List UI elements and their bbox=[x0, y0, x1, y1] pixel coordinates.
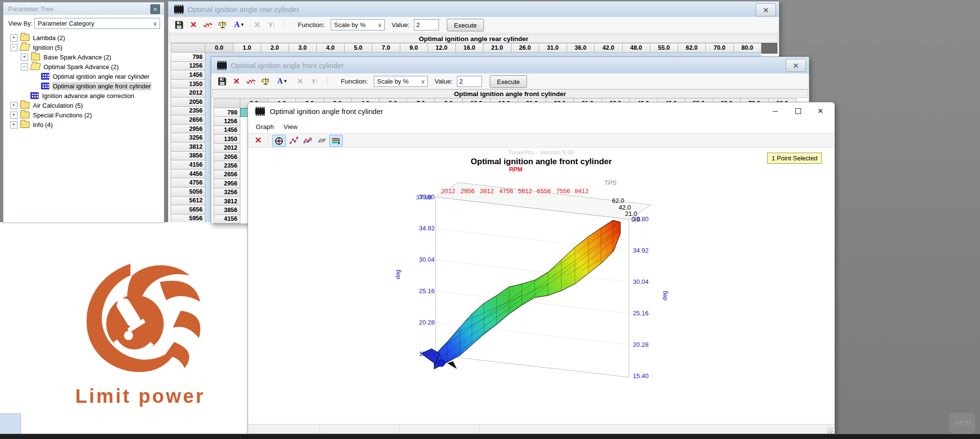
rear-row-header-cell[interactable]: 2956 bbox=[171, 125, 205, 134]
save-icon[interactable] bbox=[173, 19, 185, 30]
rear-col-header-cell[interactable]: 36.0 bbox=[567, 43, 595, 53]
front-row-header-cell[interactable]: 3256 bbox=[214, 188, 240, 197]
rear-row-header-cell[interactable]: 798 bbox=[171, 53, 205, 62]
rear-row-header-cell[interactable]: 3856 bbox=[171, 152, 205, 161]
front-row-header-cell[interactable]: 1256 bbox=[214, 117, 240, 126]
execute-button[interactable]: Execute bbox=[447, 19, 484, 31]
parameter-tree-titlebar[interactable]: Parameter Tree bbox=[3, 2, 164, 15]
view-by-combo[interactable]: Parameter Category∨ bbox=[34, 18, 160, 29]
expander-icon[interactable]: + bbox=[21, 54, 28, 61]
taskbar[interactable] bbox=[0, 434, 980, 439]
front-window-titlebar[interactable]: Optimal ignition angle front cylinder bbox=[211, 57, 809, 73]
rear-row-header-cell[interactable]: 1456 bbox=[171, 71, 205, 80]
color-bands-icon[interactable] bbox=[329, 135, 343, 147]
rear-row-header-cell[interactable]: 2012 bbox=[171, 88, 205, 98]
tree-item-lambda[interactable]: + Lambda (2) bbox=[10, 33, 65, 42]
rear-col-header-cell[interactable]: 62.0 bbox=[678, 43, 706, 53]
rear-row-header-cell[interactable]: 4756 bbox=[171, 178, 205, 187]
rear-col-header-cell[interactable]: 55.0 bbox=[650, 43, 678, 53]
front-row-header-cell[interactable]: 3812 bbox=[214, 197, 240, 206]
selected-point-marker[interactable] bbox=[438, 360, 445, 367]
compare-dropdown-icon[interactable]: A▼ bbox=[274, 75, 291, 87]
rear-col-header-cell[interactable]: 80.0 bbox=[734, 43, 762, 53]
rear-col-header-cell[interactable]: 26.0 bbox=[512, 43, 540, 53]
rear-col-header-cell[interactable]: 2.0 bbox=[261, 43, 289, 53]
rear-col-header-cell[interactable]: 12.0 bbox=[428, 43, 456, 53]
rear-window-titlebar[interactable]: Optimal ignition angle rear cylinder bbox=[168, 1, 779, 17]
rear-col-header-cell[interactable]: 4.0 bbox=[317, 43, 345, 53]
front-row-header-cell[interactable]: 2012 bbox=[214, 144, 240, 153]
scale-balance-icon[interactable] bbox=[217, 19, 228, 30]
expander-icon[interactable]: + bbox=[10, 112, 17, 119]
rear-col-header-cell[interactable]: 9.0 bbox=[400, 43, 428, 53]
compare-dropdown-icon[interactable]: A▼ bbox=[231, 19, 248, 30]
expander-icon[interactable]: − bbox=[10, 44, 17, 51]
expander-icon[interactable]: + bbox=[10, 34, 17, 42]
rear-row-header-cell[interactable]: 2656 bbox=[171, 115, 205, 125]
rear-col-header-cell[interactable]: 0.0 bbox=[205, 43, 234, 53]
menu-view[interactable]: View bbox=[279, 121, 303, 132]
expander-icon[interactable]: + bbox=[10, 121, 17, 128]
rear-col-header-cell[interactable]: 3.0 bbox=[289, 43, 317, 53]
rear-row-header-cell[interactable]: 5056 bbox=[171, 187, 205, 197]
close-button[interactable]: ✕ bbox=[809, 102, 832, 120]
save-icon[interactable] bbox=[216, 75, 228, 87]
front-row-header-cell[interactable]: 1456 bbox=[214, 126, 240, 135]
rear-col-header-cell[interactable]: 16.0 bbox=[456, 43, 484, 53]
surface-plot[interactable]: 39.80 37.88 34.92 30.04 25.16 20.28 15.4… bbox=[393, 174, 678, 406]
expander-icon[interactable]: + bbox=[10, 102, 17, 109]
rear-row-header-cell[interactable]: 1256 bbox=[171, 62, 205, 71]
rear-row-header-cell[interactable]: 1350 bbox=[171, 80, 205, 89]
line-chart-icon[interactable] bbox=[301, 135, 314, 146]
front-row-header-cell[interactable]: 2056 bbox=[214, 153, 240, 161]
parameter-tree-close-button[interactable]: ✕ bbox=[150, 4, 160, 14]
tree-item-front-cylinder-map[interactable]: Optimal ignition angle front cylinder bbox=[41, 82, 151, 90]
rear-row-header-cell[interactable]: 4156 bbox=[171, 160, 205, 170]
rear-col-header-cell[interactable]: 70.0 bbox=[706, 43, 734, 53]
waveform-icon[interactable] bbox=[202, 19, 214, 30]
tree-item-air-calculation[interactable]: + Air Calculation (5) bbox=[10, 101, 83, 110]
pan-target-icon[interactable] bbox=[272, 135, 286, 147]
rear-row-header-cell[interactable]: 2056 bbox=[171, 98, 205, 107]
value-input[interactable] bbox=[414, 19, 439, 30]
maximize-button[interactable] bbox=[787, 102, 809, 120]
clear-icon[interactable]: ✕ bbox=[252, 135, 264, 146]
graph-window-titlebar[interactable]: Optimal ignition angle front cylinder bbox=[248, 102, 834, 120]
tree-item-optimal-spark-advance[interactable]: − Optimal Spark Advance (2) bbox=[21, 62, 118, 71]
execute-button[interactable]: Execute bbox=[490, 75, 527, 88]
delete-icon[interactable]: ✕ bbox=[188, 19, 199, 30]
menu-graph[interactable]: Graph bbox=[251, 121, 279, 132]
waveform-icon[interactable] bbox=[245, 75, 257, 87]
rear-col-header-cell[interactable]: 21.0 bbox=[483, 43, 512, 53]
rear-col-header-cell[interactable]: 5.0 bbox=[345, 43, 373, 53]
surface-mesh-icon[interactable] bbox=[316, 135, 328, 146]
surface-ribbon[interactable] bbox=[434, 220, 620, 369]
rear-row-header-cell[interactable]: 3812 bbox=[171, 142, 205, 152]
rear-close-button[interactable]: ✕ bbox=[756, 3, 776, 16]
front-close-button[interactable]: ✕ bbox=[786, 59, 806, 72]
tree-item-special-functions[interactable]: + Special Functions (2) bbox=[10, 111, 92, 119]
tree-item-ignition-advance-correction[interactable]: Ignition advance angle correction bbox=[30, 91, 134, 100]
rear-col-header-cell[interactable]: 48.0 bbox=[623, 43, 651, 53]
tree-item-base-spark-advance[interactable]: + Base Spark Advance (2) bbox=[21, 53, 111, 61]
delete-icon[interactable]: ✕ bbox=[231, 75, 242, 87]
expander-icon[interactable]: − bbox=[21, 63, 28, 71]
resize-grip[interactable] bbox=[827, 428, 833, 434]
rear-col-header-cell[interactable]: 42.0 bbox=[595, 43, 623, 53]
minimize-button[interactable] bbox=[764, 102, 786, 120]
front-row-header-cell[interactable]: 3856 bbox=[214, 206, 240, 214]
rear-row-header-cell[interactable]: 5612 bbox=[171, 197, 205, 206]
front-row-header-cell[interactable]: 1350 bbox=[214, 135, 240, 143]
front-row-header-cell[interactable]: 2956 bbox=[214, 179, 240, 188]
scatter-plot-icon[interactable] bbox=[288, 135, 300, 146]
tree-item-ignition[interactable]: − Ignition (5) bbox=[10, 43, 62, 52]
rear-row-header-cell[interactable]: 5656 bbox=[171, 205, 205, 214]
function-combo[interactable]: Scale by %∨ bbox=[331, 19, 385, 30]
rear-col-header-cell[interactable]: 31.0 bbox=[539, 43, 567, 53]
tree-item-info[interactable]: + Info (4) bbox=[10, 120, 53, 129]
function-combo[interactable]: Scale by %∨ bbox=[374, 76, 428, 87]
value-input[interactable] bbox=[457, 76, 482, 87]
front-row-header-cell[interactable]: 798 bbox=[214, 108, 240, 117]
rear-col-header-cell[interactable]: 1.0 bbox=[234, 43, 262, 53]
rear-row-header-cell[interactable]: 2356 bbox=[171, 107, 205, 116]
